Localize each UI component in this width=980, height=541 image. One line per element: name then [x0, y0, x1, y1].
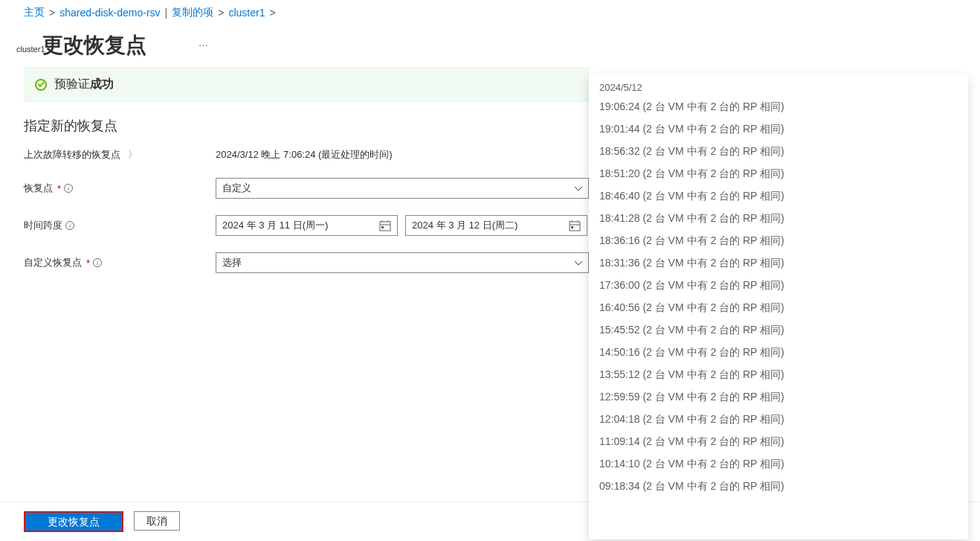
info-icon[interactable]: i [64, 184, 73, 193]
ellipsis-menu-button[interactable]: … [199, 36, 209, 48]
value-last-failover: 2024/3/12 晚上 7:06:24 (最近处理的时间) [216, 148, 393, 161]
dropdown-item[interactable]: 18:51:20 (2 台 VM 中有 2 台的 RP 相同) [589, 163, 968, 185]
change-recovery-point-button[interactable]: 更改恢复点 [24, 511, 123, 532]
status-bold: 成功 [90, 77, 114, 90]
dropdown-item[interactable]: 19:06:24 (2 台 VM 中有 2 台的 RP 相同) [589, 96, 968, 118]
dropdown-item[interactable]: 12:59:59 (2 台 VM 中有 2 台的 RP 相同) [589, 386, 968, 409]
dropdown-item[interactable]: 09:18:34 (2 台 VM 中有 2 台的 RP 相同) [589, 476, 968, 498]
svg-rect-2 [381, 226, 384, 228]
chevron-down-icon [575, 259, 582, 267]
recovery-point-dropdown[interactable]: 2024/5/12 19:06:24 (2 台 VM 中有 2 台的 RP 相同… [589, 74, 968, 540]
info-icon[interactable]: i [65, 221, 74, 230]
label-last-failover-text: 上次故障转移的恢复点 [24, 148, 120, 161]
page-subtitle: cluster1 [16, 45, 45, 54]
label-time-span: 时间跨度 i [24, 219, 216, 232]
dropdown-item[interactable]: 18:41:28 (2 台 VM 中有 2 台的 RP 相同) [589, 208, 968, 230]
dropdown-item[interactable]: 18:46:40 (2 台 VM 中有 2 台的 RP 相同) [589, 185, 968, 208]
page-title-row: cluster1 更改恢复点 … [0, 22, 980, 67]
dropdown-item[interactable]: 11:09:14 (2 台 VM 中有 2 台的 RP 相同) [589, 431, 968, 453]
date-end-input[interactable]: 2024 年 3 月 12 日(周二) [405, 215, 587, 236]
breadcrumb: 主页 > shared-disk-demo-rsv | 复制的项 > clust… [0, 0, 980, 22]
breadcrumb-sep: > [218, 7, 224, 19]
dropdown-item[interactable]: 19:01:44 (2 台 VM 中有 2 台的 RP 相同) [589, 118, 968, 141]
chevron-down-icon [575, 185, 582, 193]
cancel-button[interactable]: 取消 [134, 511, 180, 531]
dropdown-item[interactable]: 10:14:10 (2 台 VM 中有 2 台的 RP 相同) [589, 453, 968, 476]
date-start-input[interactable]: 2024 年 3 月 11 日(周一) [216, 215, 398, 236]
recovery-point-select-value: 自定义 [222, 182, 251, 195]
info-icon[interactable]: i [93, 258, 102, 267]
breadcrumb-rsv[interactable]: shared-disk-demo-rsv [59, 7, 160, 19]
dropdown-item[interactable]: 18:36:16 (2 台 VM 中有 2 台的 RP 相同) [589, 230, 968, 252]
breadcrumb-cluster[interactable]: cluster1 [228, 7, 265, 19]
required-star: * [57, 183, 61, 194]
label-recovery-point-text: 恢复点 [24, 182, 53, 195]
calendar-icon [379, 220, 391, 231]
status-text: 预验证成功 [54, 77, 114, 92]
dropdown-item[interactable]: 12:04:18 (2 台 VM 中有 2 台的 RP 相同) [589, 409, 968, 431]
custom-recovery-select[interactable]: 选择 [216, 252, 589, 273]
breadcrumb-home[interactable]: 主页 [24, 6, 45, 19]
dropdown-item[interactable]: 17:36:00 (2 台 VM 中有 2 台的 RP 相同) [589, 275, 968, 297]
detail-icon[interactable]: 〉 [128, 148, 138, 161]
date-end-value: 2024 年 3 月 12 日(周二) [412, 219, 518, 232]
custom-recovery-select-value: 选择 [222, 256, 242, 269]
svg-rect-7 [571, 226, 573, 228]
dropdown-item[interactable]: 15:45:52 (2 台 VM 中有 2 台的 RP 相同) [589, 319, 968, 342]
label-last-failover: 上次故障转移的恢复点 〉 [24, 148, 216, 161]
label-custom-recovery: 自定义恢复点 * i [24, 256, 216, 269]
breadcrumb-sep: > [49, 7, 55, 19]
date-range: 2024 年 3 月 11 日(周一) 2024 年 3 月 12 日(周二) [216, 215, 587, 236]
dropdown-item[interactable]: 14:50:16 (2 台 VM 中有 2 台的 RP 相同) [589, 342, 968, 364]
dropdown-item[interactable]: 18:56:32 (2 台 VM 中有 2 台的 RP 相同) [589, 141, 968, 163]
recovery-point-select[interactable]: 自定义 [216, 178, 589, 199]
page-title: 更改恢复点 [42, 31, 146, 60]
calendar-icon [569, 220, 581, 231]
breadcrumb-sep: > [269, 7, 275, 19]
label-time-span-text: 时间跨度 [24, 219, 62, 232]
footer-bar: 更改恢复点 取消 [24, 511, 180, 532]
label-recovery-point: 恢复点 * i [24, 182, 216, 195]
success-icon [35, 79, 47, 91]
status-banner: 预验证成功 [24, 67, 589, 102]
label-custom-recovery-text: 自定义恢复点 [24, 256, 82, 269]
breadcrumb-pipe: | [165, 7, 168, 19]
dropdown-item[interactable]: 13:55:12 (2 台 VM 中有 2 台的 RP 相同) [589, 364, 968, 386]
date-start-value: 2024 年 3 月 11 日(周一) [222, 219, 328, 232]
status-prefix: 预验证 [54, 77, 90, 90]
required-star: * [86, 257, 90, 269]
breadcrumb-replicated-items[interactable]: 复制的项 [172, 6, 213, 19]
dropdown-item[interactable]: 16:40:56 (2 台 VM 中有 2 台的 RP 相同) [589, 297, 968, 319]
dropdown-item[interactable]: 18:31:36 (2 台 VM 中有 2 台的 RP 相同) [589, 252, 968, 275]
dropdown-date-header: 2024/5/12 [589, 79, 968, 96]
